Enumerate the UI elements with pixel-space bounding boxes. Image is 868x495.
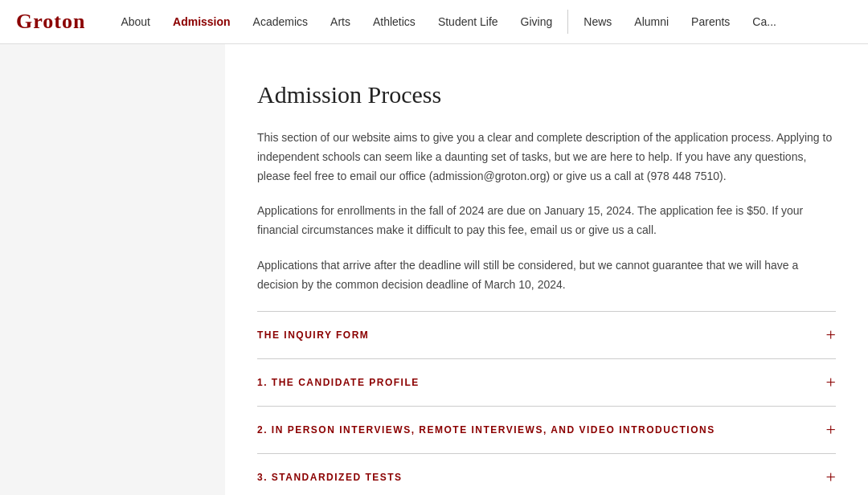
accordion-interviews[interactable]: 2. IN PERSON INTERVIEWS, REMOTE INTERVIE… bbox=[257, 406, 836, 453]
accordion-header-candidate[interactable]: 1. THE CANDIDATE PROFILE + bbox=[257, 359, 836, 406]
accordion-plus-icon-interviews: + bbox=[826, 421, 836, 439]
main-content: Admission Process This section of our we… bbox=[0, 44, 868, 495]
site-logo[interactable]: Groton bbox=[16, 10, 85, 34]
nav-ca[interactable]: Ca... bbox=[741, 0, 788, 44]
accordion-label-tests: 3. STANDARDIZED TESTS bbox=[257, 472, 403, 483]
main-nav: About Admission Academics Arts Athletics… bbox=[109, 0, 852, 44]
accordion-candidate[interactable]: 1. THE CANDIDATE PROFILE + bbox=[257, 358, 836, 406]
nav-news[interactable]: News bbox=[572, 0, 623, 44]
accordion-label-candidate: 1. THE CANDIDATE PROFILE bbox=[257, 377, 420, 388]
nav-parents[interactable]: Parents bbox=[680, 0, 741, 44]
nav-divider bbox=[567, 10, 568, 34]
nav-academics[interactable]: Academics bbox=[242, 0, 319, 44]
nav-alumni[interactable]: Alumni bbox=[623, 0, 680, 44]
left-sidebar bbox=[0, 44, 225, 495]
nav-about[interactable]: About bbox=[109, 0, 162, 44]
accordion-label-interviews: 2. IN PERSON INTERVIEWS, REMOTE INTERVIE… bbox=[257, 424, 715, 436]
intro-paragraph-3: Applications that arrive after the deadl… bbox=[257, 256, 836, 295]
accordion-header-tests[interactable]: 3. STANDARDIZED TESTS + bbox=[257, 454, 836, 495]
accordion-header-interviews[interactable]: 2. IN PERSON INTERVIEWS, REMOTE INTERVIE… bbox=[257, 407, 836, 453]
nav-student-life[interactable]: Student Life bbox=[427, 0, 510, 44]
nav-arts[interactable]: Arts bbox=[319, 0, 362, 44]
accordion-header-inquiry[interactable]: THE INQUIRY FORM + bbox=[257, 312, 836, 358]
page-title: Admission Process bbox=[257, 81, 836, 108]
accordion-tests[interactable]: 3. STANDARDIZED TESTS + bbox=[257, 453, 836, 495]
accordion-plus-icon-tests: + bbox=[826, 468, 836, 486]
header: Groton About Admission Academics Arts At… bbox=[0, 0, 868, 44]
intro-paragraph-2: Applications for enrollments in the fall… bbox=[257, 202, 836, 240]
nav-athletics[interactable]: Athletics bbox=[362, 0, 427, 44]
intro-paragraph-1: This section of our website aims to give… bbox=[257, 129, 836, 186]
content-area: Admission Process This section of our we… bbox=[225, 44, 868, 495]
accordion-label-inquiry: THE INQUIRY FORM bbox=[257, 329, 369, 341]
nav-giving[interactable]: Giving bbox=[510, 0, 564, 44]
nav-admission[interactable]: Admission bbox=[162, 0, 242, 44]
triangle-indicator bbox=[273, 68, 293, 78]
accordion-plus-icon-candidate: + bbox=[826, 374, 836, 391]
accordion-inquiry[interactable]: THE INQUIRY FORM + bbox=[257, 311, 836, 358]
accordion-plus-icon-inquiry: + bbox=[826, 326, 836, 344]
